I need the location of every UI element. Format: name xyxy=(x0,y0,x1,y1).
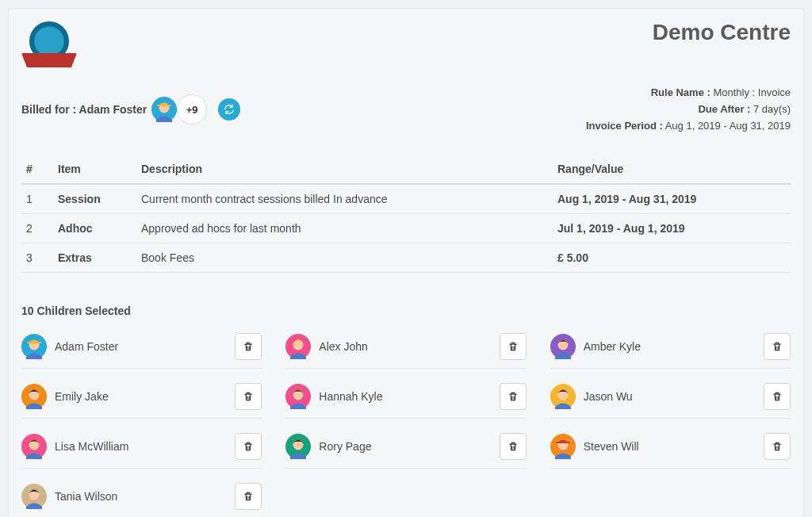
remove-child-button[interactable] xyxy=(235,433,262,460)
child-name: Tania Wilson xyxy=(55,490,117,503)
trash-icon xyxy=(243,391,254,402)
child-row: Amber Kyle xyxy=(550,328,791,369)
child-row: Lisa McWilliam xyxy=(21,428,262,469)
child-name: Adam Foster xyxy=(55,340,118,353)
child-row: Alex John xyxy=(285,328,526,369)
cell-desc: Book Fees xyxy=(136,243,553,273)
child-name: Hannah Kyle xyxy=(319,390,382,403)
remove-child-button[interactable] xyxy=(764,433,791,460)
child-row: Adam Foster xyxy=(21,328,262,369)
child-row: Tania Wilson xyxy=(21,478,262,517)
cell-range: Aug 1, 2019 - Aug 31, 2019 xyxy=(553,184,791,214)
child-avatar xyxy=(21,434,47,459)
remove-child-button[interactable] xyxy=(235,383,262,410)
child-row: Jason Wu xyxy=(550,378,791,419)
child-row: Emily Jake xyxy=(21,378,262,419)
remove-child-button[interactable] xyxy=(764,333,791,360)
cell-desc: Approved ad hocs for last month xyxy=(136,214,553,243)
trash-icon xyxy=(772,441,783,452)
trash-icon xyxy=(508,441,519,452)
remove-child-button[interactable] xyxy=(764,383,791,410)
child-avatar xyxy=(285,384,311,409)
child-name: Lisa McWilliam xyxy=(55,440,128,453)
remove-child-button[interactable] xyxy=(500,383,527,410)
header-row: Demo Centre xyxy=(21,20,791,67)
centre-logo xyxy=(21,20,77,67)
svg-rect-22 xyxy=(556,442,570,443)
children-section: 10 Children Selected Adam Foster Alex Jo… xyxy=(21,304,791,517)
cell-num: 1 xyxy=(21,184,53,214)
trash-icon xyxy=(772,391,783,402)
col-num: # xyxy=(21,155,53,184)
children-title: 10 Children Selected xyxy=(21,304,791,317)
child-avatar xyxy=(550,384,576,409)
trash-icon xyxy=(508,391,519,402)
child-name: Steven Will xyxy=(584,440,639,453)
cell-item: Session xyxy=(53,184,136,214)
col-range: Range/Value xyxy=(553,155,791,184)
child-avatar xyxy=(550,334,576,359)
cell-item: Extras xyxy=(53,243,136,273)
remove-child-button[interactable] xyxy=(500,333,527,360)
refresh-icon xyxy=(223,103,236,116)
child-row: Hannah Kyle xyxy=(285,378,526,419)
trash-icon xyxy=(772,341,783,352)
cell-num: 2 xyxy=(21,214,53,243)
cell-range: Jul 1, 2019 - Aug 1, 2019 xyxy=(553,214,791,243)
children-grid: Adam Foster Alex John Amber Kyle xyxy=(21,328,791,517)
cell-desc: Current month contract sessions billed I… xyxy=(136,184,553,214)
table-row: 3 Extras Book Fees £ 5.00 xyxy=(21,243,791,273)
child-avatar xyxy=(21,334,47,359)
child-row: Rory Page xyxy=(285,428,526,469)
centre-title: Demo Centre xyxy=(653,20,791,45)
invoice-panel: Demo Centre Billed for : Adam Foster +9 … xyxy=(8,8,804,517)
child-avatar xyxy=(550,434,576,459)
remove-child-button[interactable] xyxy=(235,333,262,360)
table-row: 1 Session Current month contract session… xyxy=(21,184,791,214)
child-avatar xyxy=(285,434,311,459)
cell-range: £ 5.00 xyxy=(553,243,791,273)
child-row: Steven Will xyxy=(550,428,791,469)
billed-for-label: Billed for : Adam Foster xyxy=(21,103,147,116)
col-description: Description xyxy=(136,155,553,184)
child-name: Jason Wu xyxy=(584,390,633,403)
billed-avatar xyxy=(151,97,177,122)
items-table: # Item Description Range/Value 1 Session… xyxy=(21,155,791,273)
child-avatar xyxy=(21,484,47,509)
more-children-badge[interactable]: +9 xyxy=(177,94,207,124)
cell-item: Adhoc xyxy=(53,214,136,243)
subhead-row: Billed for : Adam Foster +9 Rule Name : … xyxy=(21,85,791,134)
remove-child-button[interactable] xyxy=(500,433,527,460)
trash-icon xyxy=(243,341,254,352)
table-row: 2 Adhoc Approved ad hocs for last month … xyxy=(21,214,791,243)
billed-for: Billed for : Adam Foster +9 xyxy=(21,94,240,124)
child-name: Amber Kyle xyxy=(584,340,641,353)
remove-child-button[interactable] xyxy=(235,483,262,510)
svg-rect-5 xyxy=(27,342,41,343)
svg-rect-2 xyxy=(157,105,171,106)
trash-icon xyxy=(508,341,519,352)
child-name: Emily Jake xyxy=(55,390,109,403)
child-avatar xyxy=(21,384,47,409)
trash-icon xyxy=(243,491,254,502)
child-name: Alex John xyxy=(319,340,367,353)
col-item: Item xyxy=(53,155,136,184)
child-name: Rory Page xyxy=(319,440,371,453)
invoice-meta: Rule Name : Monthly : Invoice Due After … xyxy=(586,85,791,134)
trash-icon xyxy=(243,441,254,452)
child-avatar xyxy=(285,334,311,359)
refresh-button[interactable] xyxy=(218,98,240,121)
cell-num: 3 xyxy=(21,243,53,273)
